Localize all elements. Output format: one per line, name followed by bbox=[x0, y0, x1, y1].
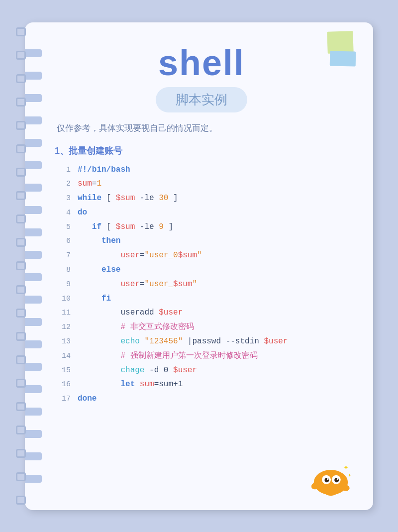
var-user4: $user bbox=[264, 337, 288, 346]
bracket-open2: [ bbox=[106, 222, 116, 231]
var-sum-inline: $sum bbox=[178, 251, 197, 260]
str-close: " bbox=[197, 251, 202, 260]
subtitle-badge: 脚本实例 bbox=[55, 87, 348, 112]
code-line-16: 16 let sum=sum+1 bbox=[55, 377, 348, 392]
line-number: 6 bbox=[55, 234, 71, 248]
spiral-ring bbox=[16, 214, 26, 223]
code-content: # 非交互式修改密码 bbox=[78, 320, 348, 334]
line-number: 11 bbox=[55, 306, 71, 319]
spiral-ring bbox=[16, 285, 26, 294]
line-number: 10 bbox=[55, 292, 71, 306]
op-le2: -le bbox=[140, 222, 159, 231]
spiral-ring bbox=[16, 496, 26, 505]
code-content: else bbox=[78, 263, 348, 277]
comment-1: # 非交互式修改密码 bbox=[120, 322, 194, 331]
code-line-15: 15 chage -d 0 $user bbox=[55, 363, 348, 378]
code-line-7: 7 user="user_0$sum" bbox=[55, 248, 348, 263]
var-sum: sum bbox=[78, 179, 92, 188]
kw-else: else bbox=[101, 265, 120, 274]
code-line-17: 17 done bbox=[55, 392, 348, 406]
spiral-ring bbox=[16, 355, 26, 364]
code-line-1: 1 #!/bin/bash bbox=[55, 163, 348, 177]
subtitle-text: 脚本实例 bbox=[156, 87, 247, 112]
line-number: 4 bbox=[55, 206, 71, 219]
sticky-note-green bbox=[327, 31, 354, 54]
code-line-9: 9 user="user_$sum" bbox=[55, 277, 348, 292]
spiral-ring bbox=[16, 98, 26, 106]
code-content: if [ $sum -le 9 ] bbox=[78, 220, 348, 234]
line-number: 2 bbox=[55, 177, 71, 191]
line-number: 8 bbox=[55, 263, 71, 277]
var-sum-let: sum bbox=[140, 380, 154, 389]
code-line-8: 8 else bbox=[55, 263, 348, 277]
spiral-ring bbox=[16, 309, 26, 318]
line-number: 7 bbox=[55, 249, 71, 262]
kw-while: while bbox=[78, 194, 101, 203]
code-content: do bbox=[78, 206, 348, 220]
spiral-ring bbox=[16, 121, 26, 130]
code-content: let sum=sum+1 bbox=[78, 377, 348, 392]
line-number: 3 bbox=[55, 192, 71, 205]
blob-bottom bbox=[324, 488, 337, 495]
var-user3: $user bbox=[159, 308, 183, 317]
eye-left-pupil bbox=[324, 478, 329, 482]
cmd-useradd: useradd bbox=[120, 308, 159, 317]
spiral-ring bbox=[16, 472, 26, 481]
spiral-binding bbox=[14, 20, 28, 512]
line-number: 15 bbox=[55, 364, 71, 377]
code-content: sum=1 bbox=[78, 177, 348, 191]
code-content: useradd $user bbox=[78, 306, 348, 320]
pipe: |passwd --stdin bbox=[183, 337, 264, 346]
spiral-ring bbox=[16, 332, 26, 341]
page-wrapper: shell 脚本实例 仅作参考，具体实现要视自己的情况而定。 1、批量创建账号 … bbox=[0, 0, 398, 532]
line-number: 1 bbox=[55, 163, 71, 177]
val-9: 9 bbox=[159, 222, 164, 231]
mascot-svg: ✦ ✦ bbox=[308, 456, 353, 497]
code-content: user="user_$sum" bbox=[78, 277, 348, 292]
code-content: chage -d 0 $user bbox=[78, 363, 348, 378]
code-line-4: 4 do bbox=[55, 206, 348, 220]
shebang: #!/bin/bash bbox=[78, 165, 130, 174]
spiral-ring bbox=[16, 191, 26, 200]
str-passwd: "123456" bbox=[144, 337, 183, 346]
spiral-ring bbox=[16, 144, 26, 153]
kw-done: done bbox=[78, 394, 97, 403]
spiral-ring bbox=[16, 449, 26, 458]
chage-args: -d 0 bbox=[149, 366, 173, 375]
kw-fi: fi bbox=[101, 294, 111, 303]
code-content: then bbox=[78, 234, 348, 248]
code-line-13: 13 echo "123456" |passwd --stdin $user bbox=[55, 334, 348, 349]
code-line-10: 10 fi bbox=[55, 292, 348, 306]
kw-then: then bbox=[101, 236, 120, 245]
var-user2: user bbox=[120, 280, 139, 289]
code-line-3: 3 while [ $sum -le 30 ] bbox=[55, 191, 348, 206]
cmd-echo: echo bbox=[120, 337, 144, 346]
kw-if: if bbox=[92, 222, 101, 231]
spiral-ring bbox=[16, 261, 26, 270]
code-content: user="user_0$sum" bbox=[78, 248, 348, 263]
code-line-5: 5 if [ $sum -le 9 ] bbox=[55, 220, 348, 234]
disclaimer-text: 仅作参考，具体实现要视自己的情况而定。 bbox=[55, 122, 348, 134]
bracket-open: [ bbox=[106, 194, 116, 203]
code-content: done bbox=[78, 392, 348, 406]
line-number: 14 bbox=[55, 349, 71, 363]
cmd-chage: chage bbox=[120, 366, 149, 375]
bracket-close: ] bbox=[173, 194, 178, 203]
mascot-character: ✦ ✦ bbox=[308, 456, 353, 496]
notebook: shell 脚本实例 仅作参考，具体实现要视自己的情况而定。 1、批量创建账号 … bbox=[25, 22, 373, 510]
page-title: shell bbox=[55, 42, 348, 83]
spiral-ring bbox=[16, 51, 26, 60]
code-content: while [ $sum -le 30 ] bbox=[78, 191, 348, 206]
code-content: echo "123456" |passwd --stdin $user bbox=[78, 334, 348, 349]
var-sum2: $sum bbox=[116, 194, 135, 203]
code-line-14: 14 # 强制新建用户第一次登录时修改密码 bbox=[55, 349, 348, 363]
code-content: fi bbox=[78, 292, 348, 306]
var-user5: $user bbox=[173, 366, 197, 375]
comment-2: # 强制新建用户第一次登录时修改密码 bbox=[120, 351, 257, 360]
spiral-ring bbox=[16, 27, 26, 36]
code-content: #!/bin/bash bbox=[78, 163, 348, 177]
line-number: 17 bbox=[55, 392, 71, 406]
val-1: 1 bbox=[97, 179, 101, 188]
line-number: 16 bbox=[55, 378, 71, 391]
sticky-note-blue bbox=[330, 51, 356, 66]
